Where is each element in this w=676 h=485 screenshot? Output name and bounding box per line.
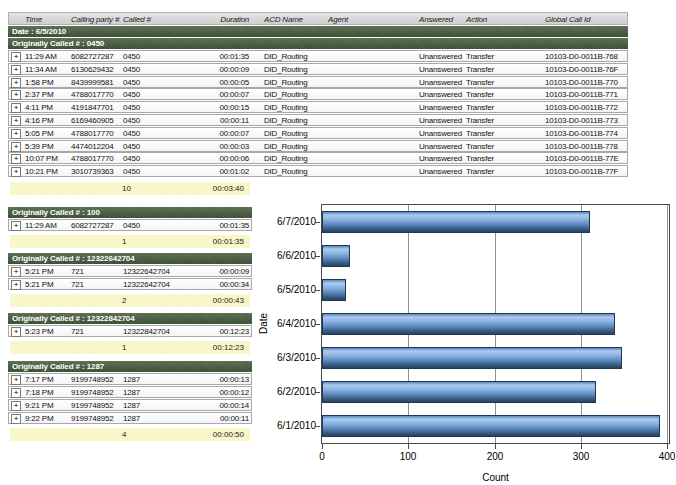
- bar: [322, 211, 590, 233]
- table-row: +7:18 PM9199748952128700:00:12: [8, 386, 252, 398]
- cell-time: 7:18 PM: [25, 388, 71, 397]
- expand-icon[interactable]: +: [11, 280, 21, 290]
- cell-global-call-id: 10103-D0-0011B-773: [545, 116, 625, 125]
- cell-called: 1287: [123, 388, 179, 397]
- expand-icon[interactable]: +: [11, 142, 21, 152]
- table-row: +2:37 PM4788017770045000:00:07DID_Routin…: [8, 88, 628, 100]
- cell-calling-party: 6082727287: [71, 52, 123, 61]
- cell-agent: [328, 116, 408, 125]
- y-tick-label: 6/4/2010: [270, 318, 316, 330]
- expand-icon[interactable]: +: [11, 327, 21, 337]
- expand-icon[interactable]: +: [11, 267, 21, 277]
- x-tick-label: 0: [300, 451, 344, 462]
- cell-called: 0450: [123, 90, 179, 99]
- cell-answered: Unanswered: [419, 154, 464, 163]
- expand-icon[interactable]: +: [11, 167, 21, 177]
- cell-time: 5:05 PM: [25, 129, 71, 138]
- cell-action: Transfer: [466, 142, 536, 151]
- cell-time: 11:34 AM: [25, 65, 71, 74]
- cell-acd-name: DID_Routing: [264, 116, 324, 125]
- y-tick-label: 6/1/2010: [270, 420, 316, 432]
- expand-icon[interactable]: +: [11, 414, 21, 424]
- cell-duration: 00:00:34: [177, 280, 249, 289]
- y-axis-tick: [315, 324, 320, 325]
- cell-called: 12322642704: [123, 267, 179, 276]
- summary-duration: 00:12:23: [170, 343, 244, 352]
- group-banner: Originally Called # : 1287: [8, 361, 252, 372]
- expand-icon[interactable]: +: [11, 78, 21, 88]
- y-axis-tick: [315, 358, 320, 359]
- expand-icon[interactable]: +: [11, 129, 21, 139]
- cell-time: 5:39 PM: [25, 142, 71, 151]
- cell-agent: [328, 142, 408, 151]
- cell-calling-party: 4788017770: [71, 90, 123, 99]
- expand-icon[interactable]: +: [11, 401, 21, 411]
- col-header-called: Called #: [123, 14, 179, 25]
- bar: [322, 279, 346, 301]
- cell-acd-name: DID_Routing: [264, 167, 324, 176]
- table-row: +5:23 PM7211232284270400:12:23: [8, 325, 252, 337]
- x-axis-tick: [581, 444, 582, 449]
- cell-action: Transfer: [466, 154, 536, 163]
- cell-called: 0450: [123, 103, 179, 112]
- cell-acd-name: DID_Routing: [264, 154, 324, 163]
- cell-called: 0450: [123, 65, 179, 74]
- expand-icon[interactable]: +: [11, 221, 21, 231]
- expand-icon[interactable]: +: [11, 52, 21, 62]
- expand-icon[interactable]: +: [11, 65, 21, 75]
- x-axis-tick: [408, 444, 409, 449]
- cell-time: 11:29 AM: [25, 52, 71, 61]
- expand-icon[interactable]: +: [11, 90, 21, 100]
- call-report-page: TimeCalling party #Called #DurationACD N…: [0, 0, 676, 485]
- table-row: +7:17 PM9199748952128700:00:13: [8, 373, 252, 385]
- expand-icon[interactable]: +: [11, 116, 21, 126]
- cell-answered: Unanswered: [419, 116, 464, 125]
- cell-answered: Unanswered: [419, 167, 464, 176]
- cell-agent: [328, 154, 408, 163]
- cell-duration: 00:01:02: [177, 167, 249, 176]
- cell-agent: [328, 78, 408, 87]
- table-row: +4:16 PM6169460905045000:00:11DID_Routin…: [8, 114, 628, 126]
- group-summary: 200:00:43: [10, 294, 250, 307]
- cell-duration: 00:00:09: [177, 65, 249, 74]
- cell-global-call-id: 10103-D0-0011B-778: [545, 142, 625, 151]
- x-tick-label: 300: [559, 451, 603, 462]
- col-header-calling-party: Calling party #: [71, 14, 123, 25]
- cell-action: Transfer: [466, 90, 536, 99]
- cell-acd-name: DID_Routing: [264, 103, 324, 112]
- table-row: +11:29 AM6082727287045000:01:35: [8, 219, 252, 231]
- group-summary: 1000:03:40: [10, 182, 250, 195]
- table-row: +11:29 AM6082727287045000:01:35DID_Routi…: [8, 50, 628, 62]
- cell-duration: 00:00:03: [177, 142, 249, 151]
- cell-called: 0450: [123, 154, 179, 163]
- cell-agent: [328, 90, 408, 99]
- cell-duration: 00:00:05: [177, 78, 249, 87]
- cell-agent: [328, 103, 408, 112]
- cell-calling-party: 6082727287: [71, 221, 123, 230]
- x-tick-label: 200: [473, 451, 517, 462]
- expand-icon[interactable]: +: [11, 388, 21, 398]
- cell-answered: Unanswered: [419, 52, 464, 61]
- cell-acd-name: DID_Routing: [264, 52, 324, 61]
- expand-icon[interactable]: +: [11, 375, 21, 385]
- cell-calling-party: 8439999581: [71, 78, 123, 87]
- cell-action: Transfer: [466, 52, 536, 61]
- cell-duration: 00:00:07: [177, 90, 249, 99]
- cell-global-call-id: 10103-D0-0011B-774: [545, 129, 625, 138]
- summary-count: 10: [122, 184, 162, 193]
- summary-count: 2: [122, 296, 162, 305]
- x-axis-tick: [322, 444, 323, 449]
- expand-icon[interactable]: +: [11, 154, 21, 164]
- table-row: +11:34 AM6130629432045000:00:09DID_Routi…: [8, 63, 628, 75]
- chart-plot: [321, 204, 670, 444]
- cell-calling-party: 6130629432: [71, 65, 123, 74]
- cell-answered: Unanswered: [419, 78, 464, 87]
- bar: [322, 415, 660, 437]
- cell-duration: 00:00:07: [177, 129, 249, 138]
- cell-duration: 00:12:23: [177, 327, 249, 336]
- y-axis-tick: [315, 290, 320, 291]
- cell-duration: 00:00:15: [177, 103, 249, 112]
- cell-answered: Unanswered: [419, 142, 464, 151]
- bar: [322, 381, 596, 403]
- expand-icon[interactable]: +: [11, 103, 21, 113]
